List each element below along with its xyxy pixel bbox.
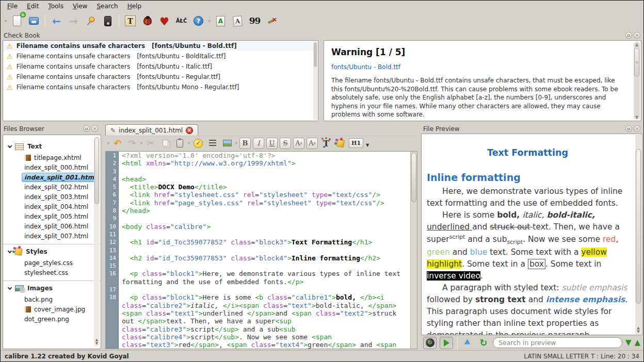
warning-list-item[interactable]: ⚠Filename contains unsafe characters[fon… [3, 72, 318, 82]
menu-tools[interactable]: Tools [43, 2, 68, 11]
code-line[interactable]: 16 <p class="block1">Here, we demonstrat… [106, 270, 417, 286]
code-line[interactable]: 15​ [106, 262, 417, 270]
warning-details-scrollbar[interactable]: ▲≡▼ [634, 42, 640, 120]
file-tree-item[interactable]: index_split_001.html [22, 173, 95, 182]
chevron-down-icon[interactable] [8, 143, 12, 147]
file-tree-item[interactable]: page_styles.css [22, 258, 95, 268]
subscript-button[interactable]: As [293, 138, 304, 149]
file-tree-item[interactable]: index_split_006.html [22, 222, 95, 231]
close-panel-button[interactable]: × [91, 125, 98, 132]
chevron-down-icon[interactable] [8, 249, 12, 253]
warning-file-link[interactable]: fonts/Ubuntu - Bold.ttf [331, 63, 400, 71]
menu-view[interactable]: View [68, 2, 92, 11]
file-tree-item[interactable]: index_split_005.html [22, 212, 95, 221]
warning-list-item[interactable]: ⚠Filename contains unsafe characters[fon… [3, 41, 318, 51]
file-tree-item[interactable]: titlepage.xhtml [22, 153, 95, 162]
file-tree-item[interactable]: cover_image.jpg [22, 305, 95, 314]
file-tree-item[interactable]: stylesheet.css [22, 268, 95, 277]
arrange-button[interactable]: A [214, 14, 228, 28]
float-panel-button[interactable] [83, 125, 90, 132]
check-book-button[interactable] [140, 14, 154, 28]
live-preview-toggle[interactable] [440, 337, 453, 349]
text-color-button[interactable]: T [320, 137, 332, 150]
code-line[interactable]: 1<?xml version='1.0' encoding='utf-8'?> [106, 152, 417, 159]
close-panel-button[interactable]: × [634, 32, 640, 39]
toolbar-grip[interactable] [5, 20, 7, 22]
italic-button[interactable]: I [253, 138, 264, 149]
code-line[interactable]: 13​ [106, 246, 417, 254]
cut-button[interactable]: ✂ [144, 137, 157, 150]
code-line[interactable]: 9​ [106, 215, 417, 222]
pin-button[interactable] [84, 14, 98, 28]
code-line[interactable]: 6 <link href="stylesheet.css" rel="style… [106, 191, 417, 199]
strikethrough-button[interactable]: S [280, 138, 291, 149]
save-button[interactable] [27, 14, 41, 28]
warning-list-item[interactable]: ⚠Filename contains unsafe characters[fon… [3, 51, 318, 61]
tab-close-button[interactable]: × [186, 127, 193, 134]
toolbar-grip[interactable] [208, 20, 211, 22]
preview-scrollbar[interactable]: ▲▼ [635, 135, 641, 334]
styles-button[interactable] [334, 137, 347, 150]
code-line[interactable]: 5 <title>DOCX Demo</title> [106, 183, 417, 191]
float-panel-button[interactable] [625, 125, 632, 132]
code-line[interactable]: 10<body class="calibre"> [106, 223, 417, 231]
code-line[interactable]: 14 <h2 id="id_Toc359077853" class="block… [106, 254, 417, 262]
smarten-punctuation-button[interactable]: 99 [248, 14, 262, 28]
file-section-text[interactable]: Text [3, 140, 101, 153]
chevron-down-icon[interactable] [8, 285, 12, 289]
code-scrollbar[interactable] [410, 152, 417, 349]
file-section-styles[interactable]: Styles [3, 245, 101, 258]
find-next-button[interactable]: ▼ [625, 339, 632, 347]
warning-list-scrollbar[interactable] [313, 41, 317, 120]
underline-button[interactable]: U [266, 138, 278, 149]
preview-document[interactable]: Text FormattingInline formattingHere, we… [421, 134, 642, 335]
menu-file[interactable]: File [3, 2, 22, 11]
code-lines[interactable]: 1<?xml version='1.0' encoding='utf-8'?>2… [106, 152, 417, 349]
heading-level-select[interactable]: H1 [349, 138, 363, 148]
find-previous-button[interactable]: ▲ [634, 339, 640, 347]
code-line[interactable]: 3​ [106, 168, 417, 175]
go-forward-button[interactable]: → [67, 14, 81, 28]
paste-button[interactable] [173, 137, 186, 150]
special-character-button[interactable]: A [231, 14, 245, 28]
warning-list-item[interactable]: ⚠Filename contains unsafe characters[fon… [3, 82, 318, 92]
manage-fonts-button[interactable]: T [123, 14, 137, 28]
insert-image-button[interactable] [221, 137, 233, 150]
code-line[interactable]: 12 <h1 id="id_Toc359077852" class="block… [106, 238, 417, 246]
help-button[interactable]: ? [191, 14, 205, 28]
code-line[interactable]: 2<html xmlns="http://www.w3.org/1999/xht… [106, 159, 417, 167]
file-tree-item[interactable]: index_split_000.html [22, 163, 95, 172]
menu-help[interactable]: Help [123, 2, 146, 11]
superscript-button[interactable]: As [307, 138, 318, 149]
spell-check-button[interactable]: ÅŁČ [174, 14, 188, 28]
tab-index-split-001[interactable]: ✎ index_split_001.html × [105, 124, 198, 136]
file-section-images[interactable]: Images [3, 282, 101, 294]
code-line[interactable]: 18 <p class="block1">Here is some <b cla… [106, 293, 417, 349]
code-line[interactable]: 17​ [106, 286, 417, 293]
file-tree-item[interactable]: index_split_004.html [22, 202, 95, 211]
file-tree-item[interactable]: index_split_003.html [22, 192, 95, 202]
remove-unused-css-button[interactable]: × [265, 14, 279, 28]
menu-edit[interactable]: Edit [22, 2, 43, 11]
file-tree-item[interactable]: dot_green.png [22, 315, 95, 324]
code-line[interactable]: 4<head> [106, 175, 417, 183]
copy-button[interactable] [159, 137, 171, 150]
refresh-preview-button[interactable]: ↻ [477, 337, 490, 349]
redo-button[interactable]: ↷ [126, 137, 138, 150]
sync-position-button[interactable] [462, 337, 474, 349]
code-line[interactable]: 7 <link href="page_styles.css" rel="styl… [106, 199, 417, 207]
close-panel-button[interactable]: × [634, 125, 640, 132]
menu-search[interactable]: Search [92, 2, 122, 11]
code-editor[interactable]: 1<?xml version='1.0' encoding='utf-8'?>2… [105, 151, 417, 349]
go-back-button[interactable]: ← [50, 14, 63, 28]
file-tree-item[interactable]: index_split_007.html [22, 232, 95, 241]
fix-html-button[interactable]: ✓ [192, 137, 204, 150]
warning-list-item[interactable]: ⚠Filename contains unsafe characters[fon… [3, 61, 318, 72]
beautify-button[interactable] [206, 137, 219, 150]
device-button[interactable] [101, 14, 115, 28]
files-scrollbar[interactable]: ▲▼ [94, 137, 100, 347]
file-tree-item[interactable]: index_split_002.html [22, 183, 95, 192]
donate-button[interactable]: ♥ [157, 14, 171, 28]
preview-search-input[interactable] [493, 337, 622, 348]
code-line[interactable]: 8</head> [106, 207, 417, 215]
